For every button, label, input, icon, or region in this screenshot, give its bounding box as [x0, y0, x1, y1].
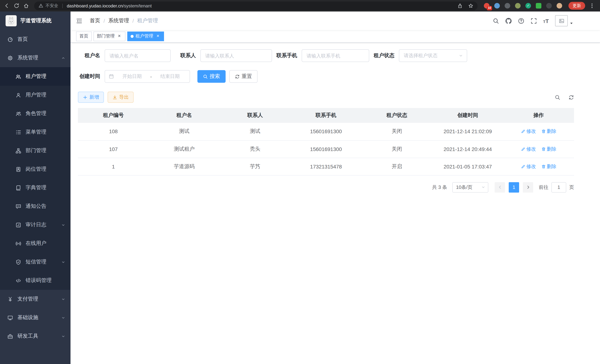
edit-link[interactable]: 修改 — [521, 163, 536, 170]
calendar-icon — [109, 74, 114, 79]
browser-reload-button[interactable] — [12, 1, 21, 10]
dashboard-icon — [7, 37, 13, 42]
contact-input[interactable] — [200, 49, 272, 62]
tab-home[interactable]: 首页 — [76, 31, 92, 41]
message-icon — [16, 204, 21, 209]
user-avatar-menu[interactable] — [555, 15, 573, 26]
create-time-range-picker[interactable]: 开始日期 - 结束日期 — [105, 70, 190, 83]
security-label[interactable]: 不安全 — [46, 3, 58, 9]
bookmark-star-icon[interactable] — [468, 3, 473, 8]
cell-status: 关闭 — [361, 140, 432, 158]
table-row: 107测试租户秃头15601691300关闭2021-12-14 20:49:4… — [78, 140, 574, 158]
github-icon[interactable] — [505, 18, 512, 24]
browser-menu-icon[interactable] — [587, 1, 596, 10]
sidebar-item-user[interactable]: 用户管理 — [0, 86, 71, 104]
sidebar-item-dict[interactable]: 字典管理 — [0, 178, 71, 197]
page-content: 租户名 联系人 联系手机 租户状态 — [71, 43, 600, 364]
add-button[interactable]: 新增 — [78, 92, 104, 103]
sidebar-item-online-user[interactable]: 在线用户 — [0, 234, 71, 253]
tab-label: 首页 — [79, 33, 88, 39]
prev-page-button[interactable] — [495, 182, 505, 192]
page-size-select[interactable]: 10条/页 — [452, 182, 488, 192]
extension-tan-icon[interactable] — [557, 3, 562, 9]
extension-green-icon[interactable] — [536, 3, 541, 9]
sidebar-item-tenant[interactable]: 租户管理 — [0, 67, 71, 86]
edit-link[interactable]: 修改 — [521, 128, 536, 135]
book-icon — [16, 185, 21, 191]
browser-update-button[interactable]: 更新 — [568, 2, 585, 10]
goto-page-input[interactable] — [551, 182, 566, 192]
trash-icon — [541, 129, 546, 134]
export-button[interactable]: 导出 — [108, 92, 134, 103]
sidebar-item-infra[interactable]: 基础设施 — [0, 308, 71, 327]
add-button-label: 新增 — [89, 94, 99, 101]
reset-button-label: 重置 — [242, 73, 252, 80]
tab-close-icon[interactable]: × — [155, 33, 161, 39]
delete-link[interactable]: 删除 — [541, 146, 556, 152]
address-bar[interactable]: 不安全 dashboard.yudao.iocoder.cn/system/te… — [34, 1, 478, 10]
trash-icon — [541, 164, 546, 169]
tab-close-icon[interactable]: × — [116, 33, 122, 39]
app-logo[interactable]: 芋道管理系统 — [0, 11, 71, 30]
extension-blue-icon[interactable] — [494, 3, 500, 9]
extension-red-icon[interactable]: 10 — [484, 3, 489, 9]
fullscreen-icon[interactable] — [530, 18, 537, 24]
toggle-search-icon[interactable] — [555, 94, 560, 100]
user-icon — [16, 92, 21, 98]
tenant-status-select[interactable]: 请选择租户状态 — [399, 49, 467, 62]
breadcrumb-item[interactable]: 系统管理 — [108, 18, 129, 24]
share-icon[interactable] — [458, 3, 462, 8]
sidebar-item-dev-tool[interactable]: 研发工具 — [0, 327, 71, 345]
cell-phone: 15601691300 — [291, 140, 361, 158]
tab-tenant[interactable]: 租户管理× — [127, 31, 164, 41]
sidebar-item-label: 支付管理 — [18, 296, 57, 302]
tenant-name-input[interactable] — [105, 49, 171, 62]
extension-green-check-icon[interactable]: ✓ — [525, 3, 531, 9]
gear-icon — [7, 55, 13, 61]
breadcrumb-item[interactable]: 首页 — [90, 18, 100, 24]
sidebar-item-dept[interactable]: 部门管理 — [0, 141, 71, 160]
reset-button[interactable]: 重置 — [229, 70, 258, 83]
sidebar-item-post[interactable]: 岗位管理 — [0, 160, 71, 178]
edit-link[interactable]: 修改 — [521, 146, 536, 152]
tab-dept[interactable]: 部门管理× — [94, 31, 125, 41]
phone-input[interactable] — [302, 49, 369, 62]
cell-phone: 15601691300 — [291, 123, 361, 140]
breadcrumb: 首页/系统管理/租户管理 — [90, 18, 158, 24]
plus-icon — [83, 95, 88, 100]
browser-home-button[interactable] — [21, 1, 30, 10]
help-icon[interactable] — [518, 18, 524, 24]
url-host: dashboard.yudao.iocoder.cn — [67, 3, 123, 8]
sidebar-item-role[interactable]: 角色管理 — [0, 104, 71, 123]
page-number-1[interactable]: 1 — [509, 182, 519, 192]
next-page-button[interactable] — [523, 182, 533, 192]
chevron-down-icon — [481, 185, 485, 189]
sidebar-item-notice[interactable]: 通知公告 — [0, 197, 71, 215]
edit-icon — [521, 164, 525, 169]
tree-icon — [16, 148, 21, 153]
delete-link[interactable]: 删除 — [541, 128, 556, 135]
browser-back-button[interactable] — [2, 1, 11, 10]
sidebar-item-sms[interactable]: 短信管理 — [0, 253, 71, 271]
extension-black-icon[interactable] — [546, 3, 552, 9]
search-button[interactable]: 搜索 — [197, 70, 225, 83]
table-toolbar: 新增 导出 — [78, 92, 574, 103]
sidebar-item-home[interactable]: 首页 — [0, 30, 71, 49]
table-refresh-icon[interactable] — [568, 94, 574, 100]
code-icon — [16, 278, 21, 283]
extension-dark-gray-icon[interactable] — [505, 3, 510, 9]
extension-olive-icon[interactable] — [515, 3, 521, 9]
filter-tenant-name: 租户名 — [78, 49, 171, 62]
sidebar-item-audit-log[interactable]: 审计日志 — [0, 215, 71, 234]
sidebar-item-pay[interactable]: 支付管理 — [0, 290, 71, 308]
contact-label: 联系人 — [174, 52, 200, 59]
sidebar-item-menu[interactable]: 菜单管理 — [0, 123, 71, 141]
sidebar-item-error-code[interactable]: 错误码管理 — [0, 271, 71, 290]
font-size-icon[interactable]: TT — [543, 18, 549, 24]
header-search-icon[interactable] — [493, 18, 499, 24]
tenant-table: 租户编号租户名联系人联系手机租户状态创建时间操作 108测试测试15601691… — [78, 108, 574, 175]
delete-link[interactable]: 删除 — [541, 163, 556, 170]
extensions-area: 10✓ — [484, 3, 562, 9]
sidebar-item-system[interactable]: 系统管理 — [0, 49, 71, 67]
sidebar-toggle-button[interactable] — [71, 11, 88, 30]
